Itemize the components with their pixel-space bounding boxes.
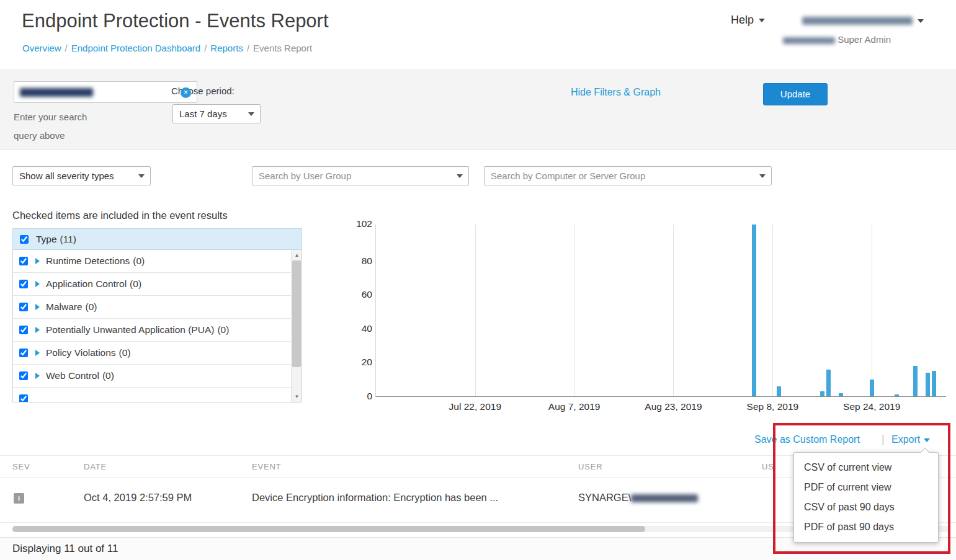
breadcrumb-reports[interactable]: Reports [210,43,243,53]
gridline [772,224,773,396]
chart-bar [932,371,936,396]
clear-search-icon[interactable]: × [181,87,191,98]
item-checkbox[interactable] [19,280,28,288]
type-group-count: (11) [60,234,76,245]
account-name-redacted [802,17,913,25]
chevron-down-icon [759,19,765,22]
expand-arrow-icon[interactable] [35,258,40,264]
column-header-user-group: US [762,456,774,478]
expand-arrow-icon[interactable] [35,373,40,379]
events-chart: 0 20 40 60 80 102 Jul 22, 2019 Aug 7, 20… [354,218,952,417]
item-checkbox[interactable] [19,326,28,334]
y-axis-tick: 0 [345,391,372,402]
list-item: Malware(0) [13,296,302,319]
y-axis-tick: 102 [345,218,372,229]
expand-arrow-icon[interactable] [35,304,40,310]
computer-group-select[interactable]: Search by Computer or Server Group [484,166,772,185]
item-checkbox[interactable] [19,371,28,380]
column-header-event: EVENT [252,456,281,478]
scrollbar-thumb[interactable] [12,526,645,532]
menu-item-pdf-current[interactable]: PDF of current view [794,478,938,497]
filter-panel: Choose period: × Last 7 days Enter your … [0,69,956,150]
breadcrumb-separator: / [65,43,68,53]
expand-arrow-icon[interactable] [35,350,40,356]
breadcrumb: Overview/Endpoint Protection Dashboard/R… [22,43,312,53]
column-header-sev: SEV [12,456,30,478]
update-button[interactable]: Update [763,83,828,105]
chart-bar [777,386,781,396]
list-item-partial [13,388,302,402]
item-label: Potentially Unwanted Application (PUA) [46,324,214,336]
item-checkbox[interactable] [19,394,28,402]
item-checkbox[interactable] [19,303,28,311]
chart-bar [870,380,874,396]
breadcrumb-overview[interactable]: Overview [22,43,61,53]
chart-bar [820,391,824,396]
search-helper-text: Enter your search query above [14,108,113,145]
gridline [872,224,872,396]
gridline [475,224,476,396]
export-link[interactable]: Export [891,434,930,445]
type-list: Runtime Detections(0) Application Contro… [12,250,302,402]
chevron-down-icon [138,174,145,178]
scrollbar-thumb[interactable] [292,260,301,367]
search-input[interactable] [14,81,197,103]
menu-item-pdf-90days[interactable]: PDF of past 90 days [794,517,938,537]
events-report-page: Endpoint Protection - Events Report Over… [0,0,956,560]
y-axis-tick: 40 [345,323,372,334]
chart-bar [826,370,831,396]
type-group-header[interactable]: Type (11) [12,228,302,250]
list-item: Application Control(0) [13,273,302,296]
chevron-down-icon [924,438,930,442]
help-menu[interactable]: Help [731,14,765,27]
period-value: Last 7 days [179,109,227,119]
x-axis-tick: Aug 23, 2019 [645,401,702,412]
menu-item-csv-90days[interactable]: CSV of past 90 days [794,497,938,517]
item-label: Application Control [46,278,127,290]
info-severity-icon: i [14,493,24,504]
column-header-user: USER [578,456,602,478]
account-org-redacted [783,37,835,44]
user-group-select[interactable]: Search by User Group [252,166,469,185]
event-description-cell: Device Encryption information: Encryptio… [252,492,498,504]
account-menu[interactable] [802,15,924,26]
list-item: Potentially Unwanted Application (PUA)(0… [13,319,302,342]
chevron-down-icon [918,19,924,23]
breadcrumb-separator: / [247,43,249,53]
chart-bar [913,366,918,396]
x-axis-tick: Sep 24, 2019 [843,401,900,412]
user-name-redacted [631,494,698,502]
chevron-down-icon [759,174,766,178]
chart-plot: 0 20 40 60 80 102 Jul 22, 2019 Aug 7, 20… [375,224,946,397]
type-group-checkbox[interactable] [20,235,29,244]
export-label: Export [891,434,920,445]
breadcrumb-endpoint-dashboard[interactable]: Endpoint Protection Dashboard [71,43,200,53]
period-select[interactable]: Last 7 days [172,104,261,123]
list-item: Web Control(0) [13,365,302,388]
item-label: Runtime Detections [46,256,130,267]
gridline [673,224,674,396]
expand-arrow-icon[interactable] [35,327,40,333]
item-checkbox[interactable] [19,257,28,265]
vertical-scrollbar[interactable]: ▲ ▼ [291,250,302,402]
hide-filters-graph-link[interactable]: Hide Filters & Graph [571,87,661,98]
severity-filter-value: Show all severity types [19,171,114,181]
scroll-up-icon[interactable]: ▲ [292,250,302,260]
item-count: (0) [130,278,141,290]
item-count: (0) [86,301,97,313]
menu-item-csv-current[interactable]: CSV of current view [794,458,938,478]
severity-filter-select[interactable]: Show all severity types [12,166,151,185]
expand-arrow-icon[interactable] [35,281,40,287]
chart-bar [752,224,756,396]
event-user-cell: SYNARGE\ [578,492,698,504]
page-title: Endpoint Protection - Events Report [22,10,329,32]
checked-items-note: Checked items are included in the event … [12,210,228,221]
chart-bar [839,393,843,396]
item-checkbox[interactable] [19,349,28,357]
chevron-down-icon [457,174,463,178]
user-domain: SYNARGE\ [578,492,631,503]
help-label: Help [731,14,754,26]
scroll-down-icon[interactable]: ▼ [292,391,302,402]
save-custom-report-link[interactable]: Save as Custom Report [754,434,860,445]
chart-bar [895,394,899,396]
